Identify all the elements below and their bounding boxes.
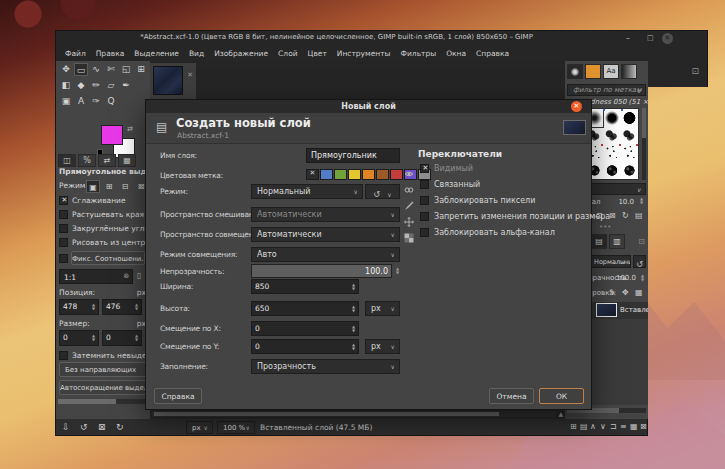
tab-tool-options[interactable]: ◫ [58, 154, 76, 167]
lock-position-icon[interactable]: ✥ [622, 288, 629, 297]
lock-alpha-checkbox[interactable] [420, 228, 429, 237]
raise-layer-button[interactable]: ∧ [590, 422, 596, 431]
lock-alpha-icon[interactable]: ▦ [635, 288, 643, 297]
color-tag-none[interactable] [306, 169, 319, 180]
merge-layer-button[interactable]: ≡ [620, 422, 627, 431]
layer-name-input[interactable]: Прямоугольник [306, 148, 400, 163]
color-tag-brown[interactable] [376, 169, 389, 180]
menu-tools[interactable]: Инструменты [332, 49, 396, 58]
color-tag-blue[interactable] [320, 169, 333, 180]
offset-unit-dropdown[interactable]: px [365, 339, 400, 354]
brush-cell[interactable] [621, 109, 639, 127]
rounded-corners-checkbox[interactable] [59, 224, 68, 233]
add-layer-mask-button[interactable]: ▦ [630, 422, 638, 431]
tab-layers[interactable]: ▤ [591, 234, 607, 249]
tab-patterns[interactable] [585, 64, 601, 79]
layer-opacity-value[interactable]: 100.0 [616, 274, 636, 282]
ink-tool-icon[interactable]: ✑ [89, 95, 103, 108]
image-tab[interactable]: ✕ [150, 63, 196, 99]
menu-filters[interactable]: Фильтры [396, 49, 442, 58]
mode-subtract-button[interactable]: ⊟ [118, 180, 132, 193]
position-x-spinner[interactable]: 478▲▼ [59, 299, 99, 315]
expand-from-center-checkbox[interactable] [59, 238, 68, 247]
layer-mode-dropdown[interactable]: Нормальный [251, 184, 363, 199]
menu-help[interactable]: Справка [471, 49, 514, 58]
tab-fonts[interactable]: Aa [603, 64, 619, 79]
brush-cell[interactable] [621, 127, 639, 145]
free-select-tool-icon[interactable]: ∿ [89, 63, 103, 76]
linked-checkbox[interactable] [420, 180, 429, 189]
composite-mode-dropdown[interactable]: Авто [251, 247, 400, 262]
opacity-spinner-arrows[interactable]: ▲▼ [394, 265, 401, 277]
menu-edit[interactable]: Правка [91, 49, 130, 58]
clear-icon[interactable]: ⊗ [123, 272, 129, 280]
tab-channels[interactable]: ▥ [609, 234, 625, 249]
tab-images[interactable]: ▦ [118, 154, 136, 167]
menu-file[interactable]: Файл [60, 49, 91, 58]
clone-tool-icon[interactable]: ▣ [59, 95, 73, 108]
delete-layer-button[interactable]: ⊠ [640, 422, 647, 431]
foreground-color-swatch[interactable] [101, 125, 123, 145]
layer-mode-dropdown[interactable]: Нормальный [591, 255, 631, 268]
paintbrush-icon[interactable] [404, 196, 414, 206]
minimize-button[interactable]: – [626, 34, 630, 44]
menu-select[interactable]: Выделение [129, 49, 184, 58]
menu-layer[interactable]: Слой [273, 49, 303, 58]
scrollbar-thumb[interactable] [58, 399, 116, 404]
swap-colors-icon[interactable]: ⇄ [127, 125, 133, 133]
layer-mode-reset[interactable] [633, 255, 646, 268]
tab-device-status[interactable]: % [78, 154, 96, 167]
brush-tag-filter[interactable]: фильтр по меткам [567, 84, 646, 96]
color-tag-orange[interactable] [362, 169, 375, 180]
open-brush-button[interactable]: ▤ [635, 211, 643, 220]
mode-reset-group[interactable] [365, 184, 400, 199]
canvas-horizontal-scrollbar[interactable] [152, 411, 556, 417]
dock-menu-icon[interactable]: ⊡ [638, 237, 645, 246]
zoom-dropdown[interactable]: 100 % [217, 421, 255, 434]
color-tag-yellow[interactable] [348, 169, 361, 180]
pencil-tool-icon[interactable]: ✏ [89, 79, 103, 92]
dialog-close-button[interactable]: ✕ [571, 101, 582, 112]
mode-add-button[interactable]: ⊞ [102, 180, 116, 193]
lower-layer-button[interactable]: ∨ [600, 422, 606, 431]
lock-pixels-checkbox[interactable] [420, 196, 429, 205]
width-spinner[interactable]: 850▲▼ [251, 279, 359, 294]
duplicate-layer-button[interactable]: ⊐ [610, 422, 617, 431]
bucket-fill-tool-icon[interactable]: ◆ [74, 79, 88, 92]
eye-icon[interactable] [404, 164, 414, 174]
tool-options-scrollbar[interactable] [58, 399, 147, 404]
brush-cell[interactable] [603, 144, 621, 162]
image-tab-close-icon[interactable]: ✕ [187, 71, 193, 79]
size-x-spinner[interactable]: 0▲▼ [59, 330, 99, 346]
brush-grid-scrollbar[interactable] [642, 108, 646, 180]
zoom-tool-icon[interactable]: Q [104, 95, 118, 108]
brush-cell[interactable] [621, 144, 639, 162]
dock-menu-icon[interactable]: ⊡ [691, 66, 699, 76]
scissors-select-tool-icon[interactable]: ✄ [104, 63, 118, 76]
airbrush-tool-icon[interactable]: ✒ [119, 79, 133, 92]
color-tag-red[interactable] [390, 169, 403, 180]
mode-replace-button[interactable]: ▣ [86, 180, 100, 193]
menu-colors[interactable]: Цвет [303, 49, 332, 58]
delete-tool-preset-button[interactable]: ⊠ [98, 422, 106, 432]
scrollbar-thumb[interactable] [642, 108, 646, 138]
lock-position-checkbox[interactable] [420, 212, 429, 221]
tab-undo-history[interactable]: ⇄ [98, 154, 116, 167]
height-spinner[interactable]: 650▲▼ [251, 301, 359, 316]
move-tool-icon[interactable]: ✥ [59, 63, 73, 76]
cancel-button[interactable]: Отмена [489, 388, 534, 404]
dock-separator-handle[interactable]: ••• [599, 223, 611, 231]
autoshrink-button[interactable]: Автосокращение выделения [59, 380, 147, 395]
transform-tool-icon[interactable]: ⊞ [134, 63, 148, 76]
brush-cell[interactable] [621, 162, 639, 180]
unit-dropdown[interactable]: px [186, 421, 213, 434]
close-button[interactable]: ✕ [662, 33, 673, 44]
rectangle-select-tool-icon[interactable]: ▭ [74, 63, 88, 76]
move-cross-icon[interactable] [404, 212, 414, 222]
tab-brushes[interactable] [567, 64, 583, 79]
refresh-brushes-button[interactable]: ↻ [622, 211, 629, 220]
help-button[interactable]: Справка [154, 388, 202, 404]
brush-cell[interactable] [603, 162, 621, 180]
composite-space-dropdown[interactable]: Автоматически [251, 227, 400, 242]
restore-tool-preset-button[interactable]: ↺ [80, 422, 88, 432]
